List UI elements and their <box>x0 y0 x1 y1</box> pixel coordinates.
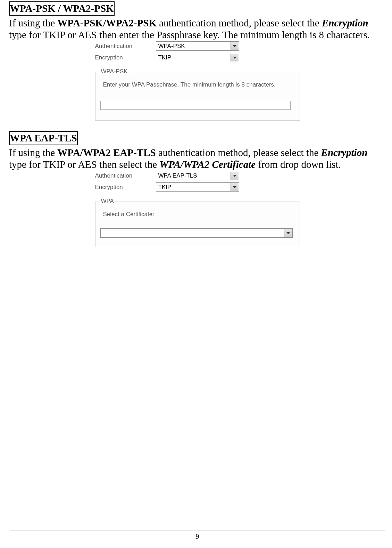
text-bold-italic: Encryption <box>322 17 368 28</box>
encryption-dropdown[interactable]: TKIP <box>156 182 239 192</box>
text-fragment: If using the <box>9 147 57 158</box>
auth-label: Authentication <box>95 43 156 50</box>
chevron-down-icon[interactable] <box>231 42 239 50</box>
auth-dropdown[interactable]: WPA-PSK <box>156 41 239 51</box>
text-fragment: type for TKIP or AES then enter the Pass… <box>9 29 370 40</box>
fieldset-legend: WPA <box>100 198 115 205</box>
form-eap: Authentication WPA EAP-TLS Encryption TK… <box>95 170 300 247</box>
text-bold-italic: WPA/WPA2 Certificate <box>159 159 256 170</box>
text-bold-italic: Encryption <box>321 147 368 158</box>
chevron-down-icon[interactable] <box>231 183 239 191</box>
text-bold: WPA/WPA2 EAP-TLS <box>57 147 156 158</box>
dropdown-value: TKIP <box>156 54 172 61</box>
dropdown-value: WPA EAP-TLS <box>156 172 197 179</box>
fieldset-psk: WPA-PSK Enter your WPA Passphrase. The m… <box>95 72 300 121</box>
auth-label: Authentication <box>95 172 156 179</box>
encryption-label: Encryption <box>95 184 156 191</box>
encryption-dropdown[interactable]: TKIP <box>156 53 239 62</box>
text-fragment: type for TKIP or AES then select the <box>9 159 159 170</box>
section1-heading: WPA-PSK / WPA2-PSK <box>9 1 115 16</box>
chevron-down-icon[interactable] <box>231 172 239 180</box>
dropdown-value <box>101 229 103 235</box>
fieldset-eap: WPA Select a Certificate: <box>95 202 300 247</box>
fieldset-legend: WPA-PSK <box>100 68 129 75</box>
text-fragment: authentication method, please select the <box>156 147 321 158</box>
certificate-dropdown[interactable] <box>100 228 293 238</box>
instruction-text: Select a Certificate: <box>100 211 295 218</box>
page-number: 9 <box>196 533 199 540</box>
chevron-down-icon[interactable] <box>231 54 239 62</box>
section2-heading: WPA EAP-TLS <box>9 131 78 145</box>
dropdown-value: TKIP <box>156 184 172 191</box>
encryption-label: Encryption <box>95 54 156 61</box>
auth-dropdown[interactable]: WPA EAP-TLS <box>156 171 239 180</box>
text-fragment: from drop down list. <box>256 159 341 170</box>
section2-paragraph: If using the WPA/WPA2 EAP-TLS authentica… <box>9 147 386 170</box>
page-footer: 9 <box>10 531 385 540</box>
form-psk: Authentication WPA-PSK Encryption TKIP W… <box>95 41 300 121</box>
text-fragment: authentication method, please select the <box>157 17 322 28</box>
passphrase-input[interactable] <box>100 101 291 110</box>
section1-paragraph: If using the WPA-PSK/WPA2-PSK authentica… <box>9 17 386 41</box>
dropdown-value: WPA-PSK <box>156 43 185 50</box>
text-bold: WPA-PSK/WPA2-PSK <box>57 17 157 28</box>
text-fragment: If using the <box>9 17 57 28</box>
instruction-text: Enter your WPA Passphrase. The minimum l… <box>100 81 295 88</box>
chevron-down-icon[interactable] <box>284 229 292 237</box>
